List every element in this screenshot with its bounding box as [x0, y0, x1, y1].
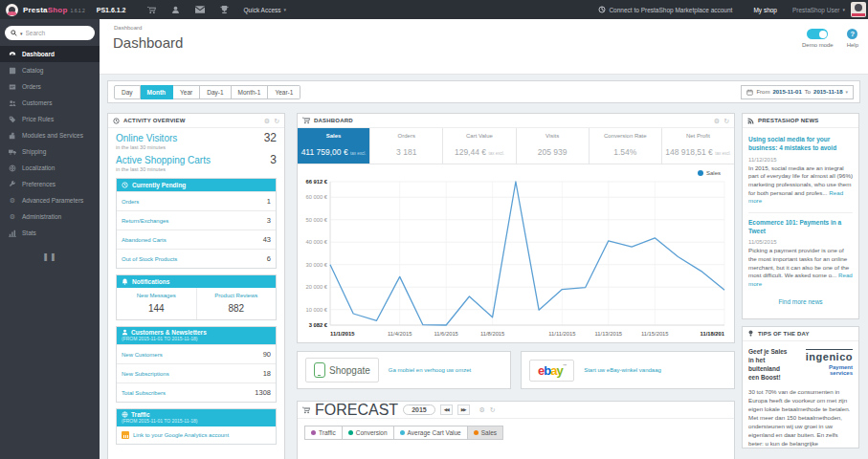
kpi-conversion-rate[interactable]: Conversion Rate1.54% — [589, 128, 661, 164]
shopgate-logo[interactable]: Shopgate — [305, 358, 379, 382]
cell-value: 144 — [119, 303, 194, 314]
clock-icon — [122, 182, 128, 188]
user-avatar[interactable] — [851, 2, 866, 17]
svg-text:11/6/2015: 11/6/2015 — [434, 331, 457, 337]
row-link[interactable]: Total Subscribers — [122, 390, 166, 396]
kpi-visits[interactable]: Visits205 939 — [516, 128, 589, 164]
gear-icon[interactable]: ⚙ — [479, 406, 485, 413]
date-range-toolbar: Day Month Year Day-1 Month-1 Year-1 From… — [107, 80, 860, 103]
mail-icon[interactable] — [195, 6, 205, 13]
brand-name[interactable]: PrestaShop — [23, 6, 67, 14]
sidebar-item-administration[interactable]: ⚙ Administration — [0, 208, 100, 225]
sidebar-item-dashboard[interactable]: Dashboard — [0, 46, 100, 62]
sidebar-item-preferences[interactable]: Preferences — [0, 176, 100, 192]
row-link[interactable]: New Subscriptions — [122, 371, 169, 377]
sidebar-item-advanced-parameters[interactable]: ⚙ Advanced Parameters — [0, 192, 100, 208]
rss-icon — [747, 118, 754, 124]
my-shop-link[interactable]: My shop — [753, 7, 777, 13]
sidebar-item-orders[interactable]: Orders — [0, 78, 100, 95]
prestashop-logo[interactable] — [6, 4, 18, 16]
sidebar-item-stats[interactable]: Stats — [0, 225, 100, 241]
article-title-link[interactable]: Ecommerce 101: Payments in a Tweet — [748, 219, 853, 236]
article-title-link[interactable]: Using social media for your business: 4 … — [748, 136, 853, 153]
kpi-net-profit[interactable]: Net Profit148 918,51 € tax excl. — [661, 128, 734, 164]
legend-label: Sales — [481, 429, 497, 436]
row-link[interactable]: Orders — [122, 199, 139, 205]
range-button-month-1[interactable]: Month-1 — [232, 85, 269, 99]
user-icon[interactable] — [171, 6, 180, 14]
cell-link[interactable]: New Messages — [119, 293, 194, 298]
next-year-button[interactable]: ▶▶ — [457, 404, 470, 415]
google-analytics-link[interactable]: Link to your Google Analytics account — [133, 432, 229, 438]
google-analytics-row: Link to your Google Analytics account — [117, 426, 276, 444]
legend-button-traffic[interactable]: Traffic — [304, 426, 343, 440]
sidebar-search[interactable]: ▾ — [5, 26, 95, 40]
sidebar-item-price-rules[interactable]: Price Rules — [0, 111, 100, 127]
online-visitors-link[interactable]: Online Visitors — [116, 133, 277, 143]
range-button-year[interactable]: Year — [173, 85, 200, 99]
quick-access-menu[interactable]: Quick Access▾ — [244, 7, 287, 13]
previous-year-button[interactable]: ◀◀ — [440, 404, 453, 415]
gear-icon[interactable]: ⚙ — [714, 118, 720, 124]
cell-link[interactable]: Product Reviews — [199, 293, 275, 298]
ebay-logo[interactable]: ebay™ — [529, 360, 574, 382]
range-button-day-1[interactable]: Day-1 — [200, 85, 231, 99]
gear-icon: ⚙ — [9, 213, 16, 221]
chart-legend[interactable]: Sales — [698, 170, 721, 176]
row-link[interactable]: New Customers — [122, 352, 163, 358]
news-column: PRESTASHOP NEWS Using social media for y… — [742, 113, 859, 448]
range-button-day[interactable]: Day — [114, 85, 141, 99]
kpi-row: Sales411 759,00 € tax excl. Orders3 181 … — [298, 128, 734, 164]
range-button-year-1[interactable]: Year-1 — [268, 85, 300, 99]
search-input[interactable] — [26, 30, 81, 36]
range-button-month[interactable]: Month — [141, 85, 174, 99]
sidebar-item-catalog[interactable]: Catalog — [0, 62, 100, 78]
brand-presta: Presta — [23, 6, 48, 14]
row-link[interactable]: Return/Exchanges — [122, 218, 168, 224]
row-link[interactable]: Out of Stock Products — [122, 256, 177, 262]
marketplace-link[interactable]: Connect to PrestaShop Marketplace accoun… — [598, 6, 732, 13]
sidebar-item-modules[interactable]: Modules and Services — [0, 127, 100, 143]
cart-icon[interactable] — [147, 6, 156, 14]
svg-text:40 000 €: 40 000 € — [305, 239, 327, 245]
ingenico-logo[interactable]: ingenico Payment services — [806, 347, 853, 382]
legend-button-sales[interactable]: Sales — [468, 426, 503, 440]
active-carts-link[interactable]: Active Shopping Carts — [116, 155, 277, 165]
breadcrumb[interactable]: Dashboard — [100, 19, 868, 31]
currently-pending-section: Currently Pending Orders1 Return/Exchang… — [116, 178, 277, 269]
svg-text:30 000 €: 30 000 € — [305, 262, 327, 268]
customers-newsletters-section: Customers & Newsletters(FROM 2015-11-01 … — [116, 326, 277, 403]
sidebar-item-shipping[interactable]: Shipping — [0, 143, 100, 160]
help-icon[interactable]: ? — [847, 29, 857, 39]
legend-button-average-cart-value[interactable]: Average Cart Value — [394, 426, 468, 440]
svg-text:11/15/2015: 11/15/2015 — [641, 331, 669, 337]
shopgate-link[interactable]: Ga mobiel en verhoog uw omzet — [389, 367, 471, 373]
refresh-icon[interactable]: ↻ — [274, 118, 279, 124]
demo-mode-toggle[interactable] — [807, 29, 828, 39]
ebay-link[interactable]: Start uw eBay-winkel vandaag — [584, 367, 661, 373]
gear-icon[interactable]: ⚙ — [264, 118, 270, 124]
legend-button-conversion[interactable]: Conversion — [343, 426, 394, 440]
refresh-icon[interactable]: ↻ — [490, 406, 496, 413]
refresh-icon[interactable]: ↻ — [723, 118, 729, 124]
row-link[interactable]: Abandoned Carts — [122, 237, 167, 243]
search-scope-caret-icon[interactable]: ▾ — [20, 31, 23, 36]
kpi-sales[interactable]: Sales411 759,00 € tax excl. — [298, 128, 369, 164]
trophy-icon[interactable] — [220, 6, 229, 14]
kpi-cart-value[interactable]: Cart Value129,44 € tax excl. — [442, 128, 515, 164]
range-button-group: Day Month Year Day-1 Month-1 Year-1 — [114, 85, 300, 99]
sidebar-collapse-button[interactable]: ❚❚ — [40, 252, 59, 261]
find-more-news-link[interactable]: Find more news — [748, 298, 853, 305]
forecast-year[interactable]: 2015 — [403, 404, 435, 415]
sidebar-item-label: Stats — [22, 230, 36, 236]
row-value: 1308 — [255, 388, 271, 397]
sidebar-item-localization[interactable]: Localization — [0, 160, 100, 176]
article-excerpt: Picking a payment provider is one of the… — [748, 247, 849, 278]
sidebar-item-customers[interactable]: Customers — [0, 95, 100, 111]
dashboard-content: Day Month Year Day-1 Month-1 Year-1 From… — [100, 75, 868, 459]
svg-text:10 000 €: 10 000 € — [305, 307, 327, 313]
kpi-orders[interactable]: Orders3 181 — [369, 128, 442, 164]
user-menu[interactable]: PrestaShop User▾ — [792, 7, 845, 13]
svg-text:11/4/2015: 11/4/2015 — [388, 331, 412, 337]
date-range-picker[interactable]: From 2015-11-01 To 2015-11-18 ▾ — [741, 85, 854, 99]
